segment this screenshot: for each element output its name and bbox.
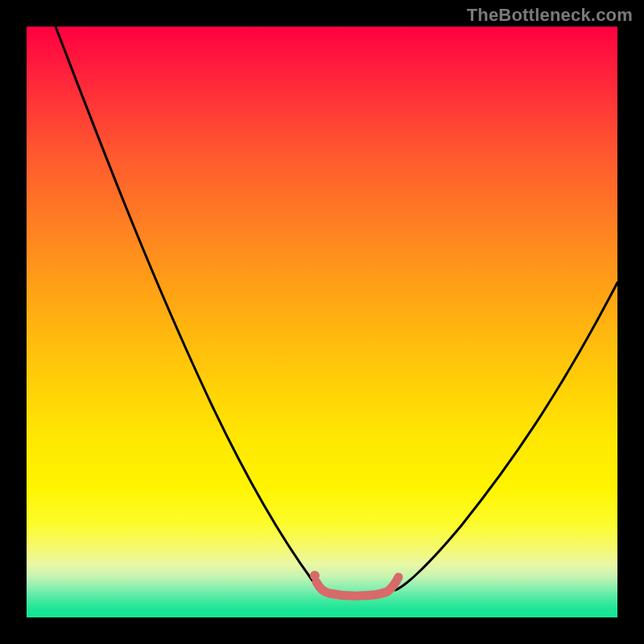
left-dot (310, 571, 320, 580)
curves-svg (27, 27, 617, 617)
right-curve (395, 283, 617, 590)
watermark-text: TheBottleneck.com (467, 5, 633, 26)
left-curve (56, 27, 326, 590)
plot-area (27, 27, 617, 617)
chart-frame: TheBottleneck.com (0, 0, 644, 644)
valley-floor (316, 577, 398, 596)
